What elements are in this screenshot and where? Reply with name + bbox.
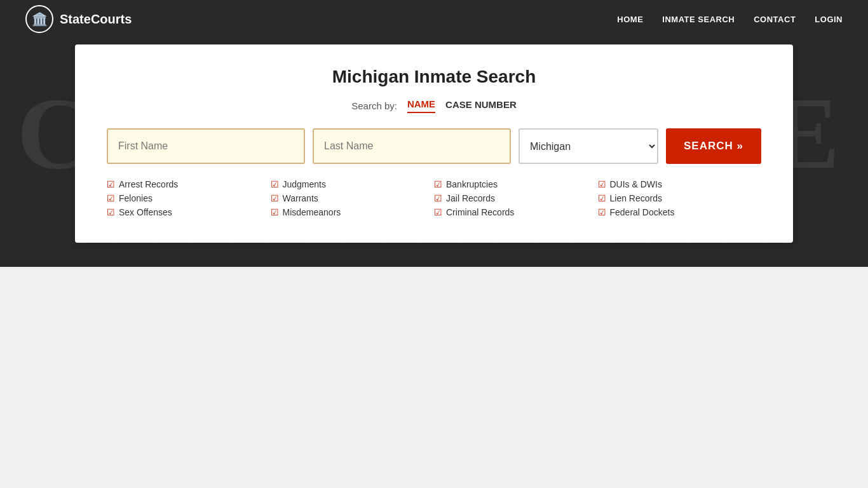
check-icon: ☑ <box>107 179 115 189</box>
check-icon: ☑ <box>598 193 606 203</box>
nav-contact[interactable]: CONTACT <box>754 15 796 24</box>
check-icon: ☑ <box>271 179 279 189</box>
nav-links: HOME INMATE SEARCH CONTACT LOGIN <box>617 15 843 24</box>
check-item: ☑Federal Dockets <box>598 207 762 217</box>
logo-area[interactable]: 🏛️ StateCourts <box>25 5 132 33</box>
check-item: ☑Felonies <box>107 193 271 203</box>
nav-inmate-search[interactable]: INMATE SEARCH <box>662 15 735 24</box>
check-item: ☑Lien Records <box>598 193 762 203</box>
search-by-row: Search by: NAME CASE NUMBER <box>107 98 761 113</box>
checks-grid: ☑Arrest Records☑Judgments☑Bankruptcies☑D… <box>107 179 761 217</box>
check-icon: ☑ <box>598 179 606 189</box>
tab-case-number[interactable]: CASE NUMBER <box>445 99 517 112</box>
check-label: DUIs & DWIs <box>610 179 662 189</box>
check-label: Felonies <box>119 193 153 203</box>
check-icon: ☑ <box>107 193 115 203</box>
check-item: ☑Warrants <box>271 193 435 203</box>
nav-login[interactable]: LOGIN <box>815 15 843 24</box>
nav-home[interactable]: HOME <box>617 15 643 24</box>
check-item: ☑Criminal Records <box>434 207 598 217</box>
check-label: Criminal Records <box>446 207 514 217</box>
tab-name[interactable]: NAME <box>407 98 435 113</box>
check-icon: ☑ <box>434 179 442 189</box>
check-item: ☑DUIs & DWIs <box>598 179 762 189</box>
first-name-input[interactable] <box>107 128 305 164</box>
logo-text: StateCourts <box>60 12 132 27</box>
search-button[interactable]: SEARCH » <box>666 128 761 164</box>
check-icon: ☑ <box>598 207 606 217</box>
check-label: Misdemeanors <box>283 207 341 217</box>
navbar: 🏛️ StateCourts HOME INMATE SEARCH CONTAC… <box>0 0 868 38</box>
check-label: Arrest Records <box>119 179 178 189</box>
last-name-input[interactable] <box>313 128 511 164</box>
check-icon: ☑ <box>107 207 115 217</box>
check-label: Judgments <box>283 179 326 189</box>
check-label: Bankruptcies <box>446 179 498 189</box>
check-label: Sex Offenses <box>119 207 172 217</box>
search-inputs-row: Michigan SEARCH » <box>107 128 761 164</box>
hero-section: COURTHOUSE 🏛️ StateCourts HOME INMATE SE… <box>0 0 868 267</box>
check-item: ☑Arrest Records <box>107 179 271 189</box>
check-icon: ☑ <box>434 207 442 217</box>
logo-icon: 🏛️ <box>25 5 53 33</box>
check-icon: ☑ <box>434 193 442 203</box>
modal-title: Michigan Inmate Search <box>107 67 761 87</box>
check-label: Warrants <box>283 193 318 203</box>
check-icon: ☑ <box>271 193 279 203</box>
check-item: ☑Jail Records <box>434 193 598 203</box>
search-modal: Michigan Inmate Search Search by: NAME C… <box>75 44 793 243</box>
check-icon: ☑ <box>271 207 279 217</box>
check-label: Federal Dockets <box>610 207 675 217</box>
state-select[interactable]: Michigan <box>519 128 658 164</box>
check-item: ☑Misdemeanors <box>271 207 435 217</box>
check-item: ☑Bankruptcies <box>434 179 598 189</box>
check-item: ☑Sex Offenses <box>107 207 271 217</box>
search-by-label: Search by: <box>351 100 397 111</box>
check-item: ☑Judgments <box>271 179 435 189</box>
check-label: Lien Records <box>610 193 663 203</box>
check-label: Jail Records <box>446 193 495 203</box>
